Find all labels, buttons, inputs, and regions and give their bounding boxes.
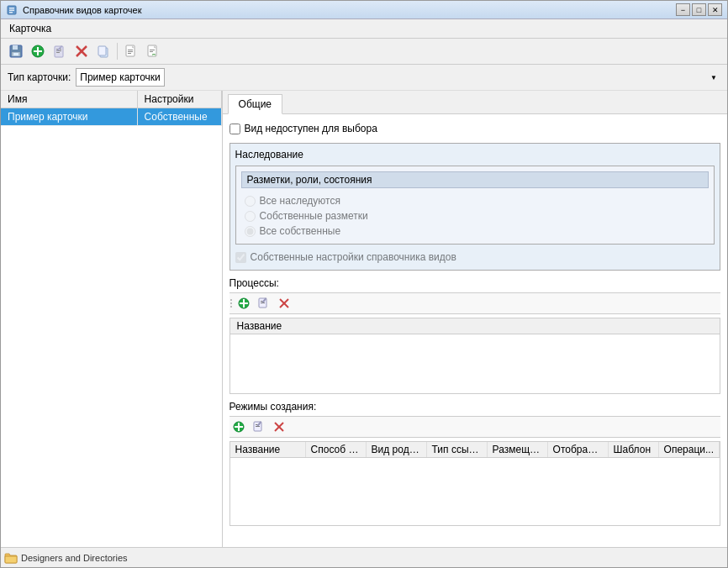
radio-all-inherited[interactable] <box>245 196 256 207</box>
radio-own-layouts-label: Собственные разметки <box>260 210 368 222</box>
modes-toolbar <box>229 416 720 438</box>
edit-button[interactable] <box>50 41 70 61</box>
svg-rect-43 <box>235 426 243 428</box>
title-bar: Справочник видов карточек − □ ✕ <box>1 1 727 19</box>
doc2-button[interactable] <box>143 41 163 61</box>
svg-rect-1 <box>9 8 14 9</box>
save-button[interactable] <box>6 41 26 61</box>
radio-all-own-row: Все собственные <box>241 224 709 239</box>
add-button[interactable] <box>28 41 48 61</box>
left-cell-settings: Собственные <box>138 108 222 126</box>
menu-card[interactable]: Карточка <box>4 21 56 36</box>
folder-icon <box>4 551 18 565</box>
svg-rect-22 <box>128 50 133 50</box>
view-unavailable-label: Вид недоступен для выбора <box>245 123 377 134</box>
proc-table-body <box>230 334 720 393</box>
mode-edit-button[interactable] <box>250 418 268 435</box>
modes-col-placement-header: Размеще... <box>488 442 548 457</box>
svg-rect-24 <box>128 53 131 54</box>
creation-modes-title: Режимы создания: <box>229 401 720 413</box>
type-select-arrow-icon: ▼ <box>710 74 717 82</box>
own-settings-checkbox[interactable] <box>235 252 246 263</box>
proc-add-button[interactable] <box>235 295 253 312</box>
own-settings-row: Собственные настройки справочника видов <box>235 250 715 265</box>
right-panel: Общие Вид недоступен для выбора Наследов… <box>223 91 727 547</box>
statusbar-text: Designers and Directories <box>21 553 128 563</box>
maximize-button[interactable]: □ <box>692 3 706 16</box>
window-controls: − □ ✕ <box>676 3 722 16</box>
left-table-row[interactable]: Пример карточки Собственные <box>1 108 222 126</box>
own-settings-label: Собственные настройки справочника видов <box>251 251 456 263</box>
radio-all-own-label: Все собственные <box>260 225 341 237</box>
svg-rect-5 <box>13 45 18 50</box>
main-content: Имя Настройки Пример карточки Собственны… <box>1 91 727 547</box>
left-cell-name: Пример карточки <box>1 108 138 126</box>
copy-button[interactable] <box>93 41 113 61</box>
tab-general[interactable]: Общие <box>228 94 282 114</box>
left-table-body: Пример карточки Собственные <box>1 108 222 547</box>
mode-add-button[interactable] <box>229 418 248 435</box>
processes-title: Процессы: <box>229 277 720 289</box>
modes-col-operation-header: Операци... <box>659 442 720 457</box>
svg-rect-31 <box>152 55 156 56</box>
radio-all-inherited-row: Все наследуются <box>241 193 709 208</box>
modes-table-header: Название Способ с... Вид роди... Тип ссы… <box>230 442 720 458</box>
modes-col-method-header: Способ с... <box>306 442 367 457</box>
inheritance-inner-box: Разметки, роли, состояния Все наследуютс… <box>235 166 715 245</box>
delete-button[interactable] <box>71 41 92 61</box>
doc1-button[interactable] <box>121 41 141 61</box>
modes-col-display-header: Отображ... <box>548 442 609 457</box>
left-col-name-header: Имя <box>1 91 138 108</box>
main-window: Справочник видов карточек − □ ✕ Карточка <box>0 0 728 568</box>
minimize-button[interactable]: − <box>676 3 690 16</box>
radio-own-layouts[interactable] <box>245 211 256 222</box>
type-select-wrap: Пример карточки ▼ <box>76 68 720 87</box>
left-panel: Имя Настройки Пример карточки Собственны… <box>1 91 223 547</box>
proc-table: Название <box>229 318 720 394</box>
modes-table-body <box>230 458 720 525</box>
close-button[interactable]: ✕ <box>708 3 722 16</box>
modes-col-template-header: Шаблон <box>609 442 659 457</box>
processes-toolbar <box>229 292 720 314</box>
svg-rect-19 <box>98 46 106 55</box>
inheritance-inner-title: Разметки, роли, состояния <box>241 171 709 188</box>
inheritance-section: Наследование Разметки, роли, состояния В… <box>229 143 720 271</box>
type-select[interactable]: Пример карточки <box>76 68 165 87</box>
creation-modes-section: Режимы создания: <box>229 401 720 526</box>
svg-rect-23 <box>128 51 133 52</box>
window-icon <box>6 3 19 17</box>
view-unavailable-checkbox[interactable] <box>229 124 240 134</box>
svg-rect-14 <box>56 52 60 53</box>
svg-rect-11 <box>55 46 63 57</box>
inheritance-title: Наследование <box>235 149 715 160</box>
svg-rect-2 <box>9 9 14 11</box>
proc-edit-button[interactable] <box>255 295 273 312</box>
toolbar <box>1 39 727 65</box>
toolbar-sep-1 <box>117 43 118 60</box>
tabs: Общие <box>223 91 727 114</box>
type-label: Тип карточки: <box>8 71 71 83</box>
svg-rect-28 <box>150 51 153 52</box>
type-row: Тип карточки: Пример карточки ▼ <box>1 65 727 91</box>
radio-own-layouts-row: Собственные разметки <box>241 208 709 224</box>
processes-section: Процессы: <box>229 277 720 394</box>
modes-col-link-header: Тип ссылки <box>427 442 488 457</box>
modes-col-parent-header: Вид роди... <box>367 442 427 457</box>
view-unavailable-row: Вид недоступен для выбора <box>229 121 720 136</box>
svg-rect-10 <box>34 50 42 52</box>
radio-all-own[interactable] <box>245 226 256 237</box>
mode-delete-button[interactable] <box>270 418 288 435</box>
left-table-header: Имя Настройки <box>1 91 222 108</box>
radio-all-inherited-label: Все наследуются <box>260 195 340 207</box>
proc-table-header: Название <box>230 318 720 334</box>
proc-col-name-header: Название <box>230 318 289 334</box>
proc-delete-button[interactable] <box>275 295 293 312</box>
window-title: Справочник видов карточек <box>23 5 676 15</box>
svg-rect-27 <box>150 50 155 50</box>
svg-rect-3 <box>9 12 13 13</box>
statusbar: Designers and Directories <box>1 547 727 567</box>
left-col-settings-header: Настройки <box>138 91 222 108</box>
menu-bar: Карточка <box>1 19 727 39</box>
tab-content-general: Вид недоступен для выбора Наследование Р… <box>223 114 727 547</box>
modes-col-name-header: Название <box>230 442 306 457</box>
